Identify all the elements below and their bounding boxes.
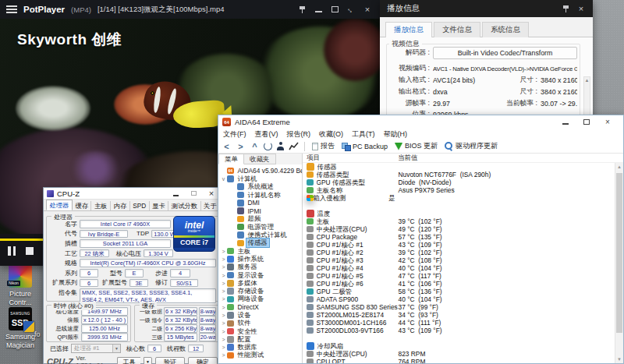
scroll-up-icon[interactable]: ▲ <box>615 164 623 169</box>
tree-expander-icon[interactable]: > <box>220 320 227 326</box>
menu-icon[interactable] <box>6 5 17 13</box>
tree-item[interactable]: 超频 <box>220 215 302 223</box>
tree-item[interactable]: 电源管理 <box>220 223 302 231</box>
desktop-icon-picture-control[interactable]: Nikon Picture Contr... <box>2 264 38 306</box>
sensor-row[interactable]: GPU 二极管 58 °C (136 °F) <box>307 288 623 295</box>
sensor-row[interactable]: ST3000DM001-1CH166 44 °C (111 °F) <box>307 319 623 327</box>
tree-item[interactable]: 64 AIDA64 v5.90.4229 Beta <box>220 167 302 175</box>
sensor-row[interactable]: ADATA SP900 40 °C (104 °F) <box>307 295 623 303</box>
panel-tab[interactable]: 文件信息 <box>434 22 480 37</box>
tree-item[interactable]: IPMI <box>220 207 302 214</box>
tree-expander-icon[interactable]: > <box>220 281 227 286</box>
minimize-icon[interactable] <box>314 5 323 14</box>
bios-update-button[interactable]: BIOS 更新 <box>393 141 439 151</box>
maximize-icon[interactable] <box>583 118 590 126</box>
close-icon[interactable]: × <box>207 189 216 198</box>
sensor-row[interactable]: ST2000DL003-9VT166 43 °C (109 °F) <box>307 327 623 334</box>
pause-button[interactable] <box>8 246 16 256</box>
maximize-icon[interactable] <box>330 5 339 14</box>
sensor-row[interactable]: SAMSUNG SSD 830 Series 37 °C (99 °F) <box>307 303 623 311</box>
tree-expander-icon[interactable]: > <box>220 273 227 278</box>
scroll-down-icon[interactable]: ▼ <box>615 357 623 362</box>
sensor-row[interactable]: CPU #1/核心 #3 42 °C (108 °F) <box>307 256 623 264</box>
cpuz-tab[interactable]: 处理器 <box>46 200 73 210</box>
desktop-icon-samsung-magician[interactable]: SAMSUNG SSD Samsung Magician <box>2 307 38 349</box>
tools-dropdown-icon[interactable]: ▼ <box>144 357 152 364</box>
tree-item[interactable]: 系统概述 <box>220 183 302 191</box>
column-value[interactable]: 当前值 <box>398 154 418 163</box>
sensor-row[interactable]: 主板 39 °C (102 °F) <box>307 217 623 225</box>
cpuz-tab[interactable]: SPD <box>130 201 150 210</box>
sensor-row[interactable]: 主板名称 Asus P9X79 Series <box>307 186 623 194</box>
tree-expander-icon[interactable]: > <box>220 305 227 310</box>
sensor-row[interactable]: GPU 传感器类型 Diode (NV-Diode) <box>307 178 623 186</box>
sensor-row[interactable]: 中央处理器(CPU) 823 RPM <box>307 350 623 358</box>
panel-tab[interactable]: 系统信息 <box>482 22 529 37</box>
tree-expander-icon[interactable]: > <box>220 256 227 262</box>
tree-item[interactable]: > 配置 <box>220 335 302 343</box>
cpuz-tab[interactable]: 主板 <box>91 201 111 210</box>
tree-item[interactable]: > 设备 <box>220 311 302 319</box>
tree-item[interactable]: 传感器 <box>220 239 302 247</box>
tree-expander-icon[interactable]: > <box>220 337 227 342</box>
minimize-icon[interactable] <box>562 118 569 126</box>
scroll-thumb[interactable] <box>616 173 622 333</box>
sensor-row[interactable]: ST2000LM015-2E8174 34 °C (93 °F) <box>307 311 623 319</box>
decoder-button[interactable]: Built-in Video Codec/Transform <box>433 47 577 59</box>
tree-expander-icon[interactable]: > <box>220 249 227 254</box>
tree-item[interactable]: > 安全性 <box>220 327 302 335</box>
cpuz-tab[interactable]: 缓存 <box>73 201 92 210</box>
pc-backup-button[interactable]: PC Backup <box>340 143 389 150</box>
sensor-row[interactable]: 冷却风扇 <box>307 342 623 350</box>
tree-expander-icon[interactable]: v <box>220 176 227 182</box>
sidebar-tab[interactable]: 菜单 <box>218 154 244 164</box>
forward-icon[interactable]: > <box>236 142 246 151</box>
cpuz-tab[interactable]: 内存 <box>111 201 130 210</box>
sensor-row[interactable]: CPU #1/核心 #2 39 °C (102 °F) <box>307 249 623 256</box>
menu-item[interactable]: 帮助(H) <box>384 129 408 140</box>
tree-item[interactable]: > 存储设备 <box>220 287 302 295</box>
tree-item[interactable]: > 服务器 <box>220 263 302 271</box>
sensor-row[interactable]: 传感器类型 Nuvoton NCT6776F (ISA 290h) <box>307 171 623 178</box>
menu-item[interactable]: 文件(F) <box>223 129 246 140</box>
column-item[interactable]: 项目 <box>307 154 398 163</box>
sensor-row[interactable] <box>307 334 623 342</box>
minimize-icon[interactable] <box>171 189 180 198</box>
close-icon[interactable]: × <box>576 4 586 13</box>
ok-button[interactable]: 确定 <box>188 357 218 364</box>
refresh-icon[interactable] <box>264 142 272 150</box>
report-button[interactable]: 报告 <box>310 141 336 151</box>
users-icon[interactable] <box>276 142 285 150</box>
processor-select[interactable]: 处理器 #1 ▼ <box>71 344 121 353</box>
fullscreen-icon[interactable]: ↔ <box>345 3 358 16</box>
sensor-row[interactable]: CPU #1/核心 #5 47 °C (117 °F) <box>307 272 623 280</box>
tree-item[interactable]: v 计算机 <box>220 175 302 182</box>
cpuz-tab[interactable]: 显卡 <box>150 201 169 210</box>
sidebar-tab[interactable]: 收藏夹 <box>244 154 276 164</box>
stop-button[interactable] <box>26 247 34 255</box>
tree-item[interactable]: > DirectX <box>220 303 302 311</box>
tree-expander-icon[interactable]: > <box>220 345 227 350</box>
sensor-row[interactable]: 温度 <box>307 210 623 217</box>
back-icon[interactable]: < <box>222 142 232 151</box>
sensor-row[interactable]: 传感器 <box>307 163 623 171</box>
tree-item[interactable]: > 操作系统 <box>220 255 302 263</box>
sensor-row[interactable]: CPU OPT 764 RPM <box>307 358 623 363</box>
menu-item[interactable]: 收藏(O) <box>319 129 343 140</box>
tree-expander-icon[interactable]: > <box>220 329 227 334</box>
sensor-scrollbar[interactable]: ▲ ▼ <box>615 163 623 363</box>
menu-item[interactable]: 工具(T) <box>352 129 375 140</box>
tree-item[interactable]: 便携式计算机 <box>220 231 302 239</box>
sensor-row[interactable]: CPU #1/核心 #4 40 °C (104 °F) <box>307 264 623 272</box>
tree-expander-icon[interactable]: > <box>220 313 227 318</box>
tree-item[interactable]: DMI <box>220 199 302 207</box>
panel-tab[interactable]: 播放信息 <box>385 22 432 37</box>
tree-item[interactable]: > 网络设备 <box>220 295 302 303</box>
driver-update-button[interactable]: 驱动程序更新 <box>443 141 499 151</box>
tree-item[interactable]: > 软件 <box>220 320 302 327</box>
sensor-row[interactable]: CPU #1/核心 #1 43 °C (109 °F) <box>307 241 623 249</box>
close-icon[interactable]: × <box>363 5 372 14</box>
sensor-row[interactable]: CPU Package 57 °C (135 °F) <box>307 233 623 241</box>
sensor-row[interactable]: 中央处理器(CPU) 49 °C (120 °F) <box>307 225 623 233</box>
tree-item[interactable]: 计算机名称 <box>220 191 302 199</box>
